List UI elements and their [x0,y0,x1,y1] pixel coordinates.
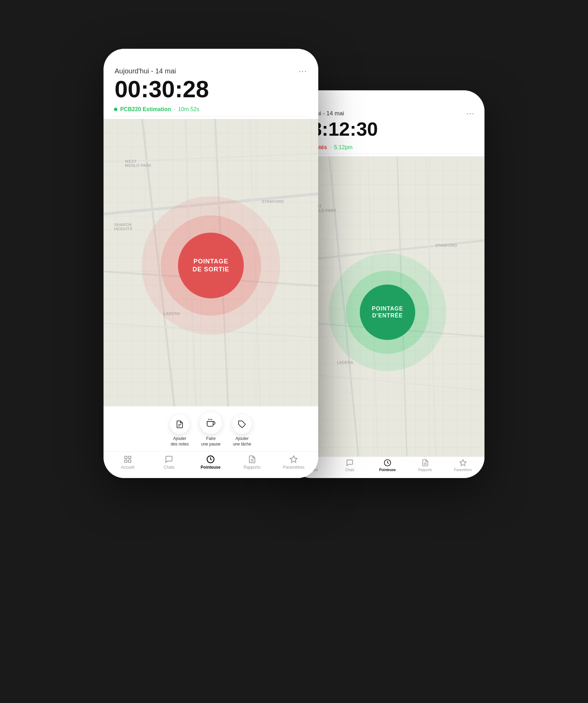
tab-params-front[interactable]: Paramètres [283,455,304,470]
header-back: jourdhui - 14 mai ··· 08:12:30 [291,106,484,144]
report-icon-front [248,455,256,463]
status-indicator-front: PCB220 Estimation · 10m 52s [104,106,318,116]
pointage-btn-front[interactable]: POINTAGE DE SORTIE [178,233,244,298]
divider-back [297,153,478,154]
tab-bar-front: Accueil Chats Pointeuse [104,451,318,478]
notes-label: Ajouterdes notes [171,436,189,447]
status-label-front: PCB220 Estimation [120,106,171,112]
settings-icon-front [289,455,298,463]
tab-pointeuse-front[interactable]: Pointeuse [200,455,221,470]
action-btn-pause[interactable]: Faireune pause [200,412,222,447]
pause-label: Faireune pause [201,436,221,447]
phone-back: jourdhui - 14 mai ··· 08:12:30 Dépointés… [291,90,484,478]
tab-accueil-front[interactable]: Accueil [117,455,138,470]
tab-pointeuse-back[interactable]: Pointeuse [377,459,398,472]
clock-icon-front [206,455,215,463]
timer-front: 00:30:28 [115,77,307,101]
action-buttons: Ajouterdes notes Faireune pause [104,406,318,451]
map-label-back-2: Stanford [435,243,457,247]
report-icon-back [421,459,429,467]
tab-label-accueil-front: Accueil [121,465,134,470]
pointage-btn-back[interactable]: POINTAGE D'ENTRÉE [360,285,415,340]
status-sep-back: · [330,144,331,151]
header-front: Aujourd'hui - 14 mai ··· 00:30:28 [104,64,318,106]
pause-icon-container [200,412,222,434]
status-bar-front [104,49,318,64]
divider-front [112,116,310,116]
action-btn-task[interactable]: Ajouterune tâche [232,415,252,447]
map-label-front-0: WestMenlo Park [125,159,151,168]
pointage-line1-front: POINTAGE [194,258,229,265]
date-front: Aujourd'hui - 14 mai [115,67,176,75]
pause-icon [206,418,215,427]
notes-icon-container [170,415,189,434]
svg-marker-14 [460,459,466,465]
status-bar-back [291,90,484,106]
map-label-back-3: LADERA [337,360,353,364]
tab-label-pointeuse-front: Pointeuse [201,465,220,470]
svg-rect-29 [125,456,127,459]
chat-icon-back [346,459,354,467]
pointage-line1-back: POINTAGE [372,306,403,312]
timer-back: 08:12:30 [300,119,475,139]
tab-bar-back: Accueil Chats Pointeuse [291,457,484,478]
task-icon-container [232,415,252,434]
svg-rect-31 [125,460,127,462]
phone-front: Aujourd'hui - 14 mai ··· 00:30:28 PCB220… [104,49,318,478]
more-menu-back[interactable]: ··· [466,109,475,118]
pointage-line2-front: DE SORTIE [193,266,229,273]
action-btn-notes[interactable]: Ajouterdes notes [170,415,189,447]
status-dot-front [114,108,117,111]
tab-label-params-front: Paramètres [283,465,304,470]
tab-label-chats-front: Chats [164,465,175,470]
settings-icon-back [459,459,467,467]
svg-marker-36 [290,456,297,462]
chat-icon-front [165,455,173,463]
map-label-front-1: SHARONHEIGHTS [114,223,132,231]
map-front: WestMenlo Park SHARONHEIGHTS Stanford LA… [104,119,318,407]
phones-container: jourdhui - 14 mai ··· 08:12:30 Dépointés… [104,49,484,655]
clock-icon-back [384,459,391,467]
tab-label-rapports-back: Rapports [418,468,432,472]
tab-label-pointeuse-back: Pointeuse [379,468,396,472]
more-menu-front[interactable]: ··· [299,67,307,76]
tab-chats-back[interactable]: Chats [339,459,360,472]
tab-rapports-front[interactable]: Rapports [242,455,262,470]
notes-icon [176,420,184,429]
status-sep-front: · [174,106,175,112]
map-label-front-2: Stanford [262,199,284,204]
pointage-line2-back: D'ENTRÉE [372,313,403,318]
svg-rect-30 [128,456,131,459]
tab-label-rapports-front: Rapports [243,465,260,470]
tab-label-chats-back: Chats [345,468,354,472]
grid-icon-front [124,455,132,463]
svg-line-4 [291,372,484,390]
status-time-back: 5:12pm [334,144,353,151]
status-indicator-back: Dépointés · 5:12pm [291,144,484,153]
svg-rect-32 [128,460,131,462]
task-icon [238,420,246,429]
map-back: West Menlo Park SHARON HEIGHTS Stanford … [291,156,484,457]
tab-params-back[interactable]: Paramètres [453,459,473,472]
tab-label-params-back: Paramètres [454,468,472,472]
status-time-front: 10m 52s [178,106,199,112]
tab-rapports-back[interactable]: Rapports [415,459,436,472]
task-label: Ajouterune tâche [233,436,251,447]
tab-chats-front[interactable]: Chats [159,455,179,470]
